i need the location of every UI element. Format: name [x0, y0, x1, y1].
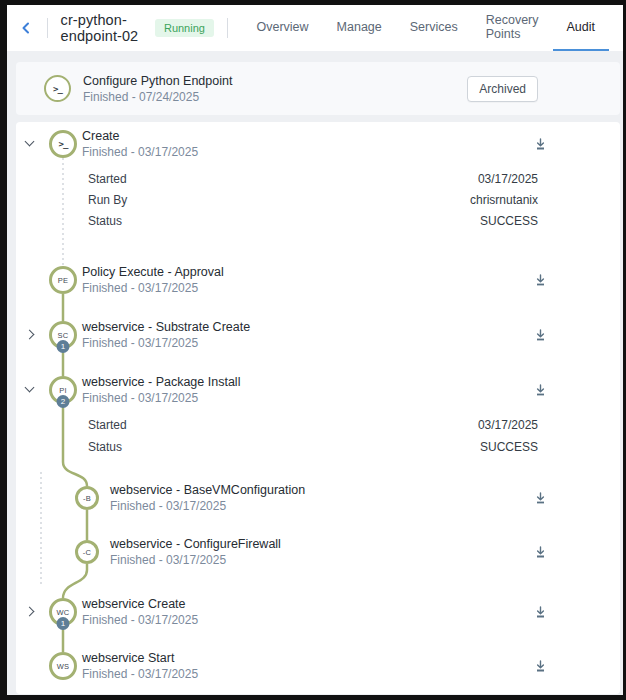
task-title: webservice - BaseVMConfiguration	[110, 482, 305, 498]
content-area: >_ Configure Python Endpoint Finished - …	[7, 62, 623, 695]
back-button[interactable]	[18, 19, 34, 37]
task-title: Policy Execute - Approval	[82, 264, 224, 280]
task-title: webservice - Substrate Create	[82, 319, 250, 335]
archived-task-text: Configure Python Endpoint Finished - 07/…	[83, 73, 232, 105]
timeline-row-create[interactable]: >_ Create Finished - 03/17/2025	[16, 127, 620, 161]
detail-value: 03/17/2025	[478, 418, 538, 432]
task-finished-date: Finished - 03/17/2025	[82, 280, 224, 296]
download-log-button[interactable]	[533, 544, 548, 563]
download-log-button[interactable]	[533, 136, 548, 155]
count-badge: 1	[57, 340, 70, 353]
expand-chevron-icon[interactable]	[25, 607, 35, 617]
task-finished-date: Finished - 03/17/2025	[82, 666, 198, 682]
timeline-row-pi[interactable]: PI 2 webservice - Package Install Finish…	[16, 373, 620, 407]
download-icon	[534, 659, 547, 673]
screenshot-frame: cr-python-endpoint-02 Running OverviewMa…	[0, 0, 626, 700]
tab-services[interactable]: Services	[396, 5, 472, 51]
task-title: webservice Create	[82, 596, 198, 612]
audit-timeline-card: >_ Create Finished - 03/17/2025 Started …	[16, 122, 620, 694]
status-badge: Running	[155, 19, 214, 37]
task-type-icon: SC 1	[49, 321, 77, 349]
detail-label: Run By	[88, 193, 127, 207]
detail-label: Status	[88, 440, 122, 454]
download-log-button[interactable]	[533, 604, 548, 623]
detail-value: chrisrnutanix	[470, 193, 538, 207]
task-finished-date: Finished - 03/17/2025	[110, 498, 305, 514]
task-finished-date: Finished - 03/17/2025	[82, 612, 198, 628]
chevron-left-icon	[20, 21, 32, 35]
download-icon	[534, 383, 547, 397]
expand-chevron-icon[interactable]	[25, 137, 35, 147]
task-title: Create	[82, 128, 198, 144]
download-log-button[interactable]	[533, 490, 548, 509]
detail-label: Started	[88, 172, 127, 186]
task-type-icon: -B	[75, 486, 99, 510]
task-finished-date: Finished - 03/17/2025	[110, 552, 281, 568]
tab-audit[interactable]: Audit	[553, 5, 610, 51]
timeline-row-sc[interactable]: SC 1 webservice - Substrate Create Finis…	[16, 318, 620, 352]
task-type-icon: PI 2	[49, 376, 77, 404]
download-icon	[534, 545, 547, 559]
archived-task-panel: >_ Configure Python Endpoint Finished - …	[16, 62, 620, 115]
download-icon	[534, 273, 547, 287]
download-icon	[534, 328, 547, 342]
download-icon	[534, 137, 547, 151]
task-finished-date: Finished - 03/17/2025	[82, 144, 198, 160]
terminal-prompt-icon: >_	[44, 75, 71, 102]
task-title: Configure Python Endpoint	[83, 73, 232, 89]
download-icon	[534, 491, 547, 505]
timeline-row-c[interactable]: -C webservice - ConfigureFirewall Finish…	[16, 535, 620, 569]
timeline-row-wc[interactable]: WC 1 webservice Create Finished - 03/17/…	[16, 595, 620, 629]
task-title: webservice - ConfigureFirewall	[110, 536, 281, 552]
task-detail-row: Started 03/17/2025	[88, 417, 538, 433]
task-finished-date: Finished - 03/17/2025	[82, 390, 240, 406]
task-type-icon: WC 1	[49, 598, 77, 626]
count-badge: 2	[57, 395, 70, 408]
page-title: cr-python-endpoint-02	[61, 12, 143, 44]
count-badge: 1	[57, 617, 70, 630]
detail-label: Started	[88, 418, 127, 432]
expand-chevron-icon[interactable]	[25, 383, 35, 393]
task-finished-date: Finished - 03/17/2025	[82, 335, 250, 351]
tab-bar: OverviewManageServicesRecovery PointsAud…	[243, 5, 610, 51]
archived-button[interactable]: Archived	[467, 76, 538, 102]
header: cr-python-endpoint-02 Running OverviewMa…	[7, 5, 623, 51]
timeline-row-b[interactable]: -B webservice - BaseVMConfiguration Fini…	[16, 481, 620, 515]
task-type-icon: PE	[49, 266, 77, 294]
tab-manage[interactable]: Manage	[323, 5, 396, 51]
timeline-row-ws[interactable]: WS webservice Start Finished - 03/17/202…	[16, 649, 620, 683]
download-log-button[interactable]	[533, 658, 548, 677]
task-title: webservice Start	[82, 650, 198, 666]
tab-recovery-points[interactable]: Recovery Points	[472, 5, 553, 51]
download-log-button[interactable]	[533, 382, 548, 401]
task-title: webservice - Package Install	[82, 374, 240, 390]
download-log-button[interactable]	[533, 327, 548, 346]
download-icon	[534, 605, 547, 619]
task-detail-row: Run By chrisrnutanix	[88, 192, 538, 208]
header-divider	[227, 18, 228, 38]
detail-value: 03/17/2025	[478, 172, 538, 186]
task-detail-row: Started 03/17/2025	[88, 171, 538, 187]
task-type-icon: WS	[49, 652, 77, 680]
app-window: cr-python-endpoint-02 Running OverviewMa…	[7, 5, 623, 695]
tab-overview[interactable]: Overview	[243, 5, 323, 51]
task-detail-row: Status SUCCESS	[88, 213, 538, 229]
detail-label: Status	[88, 214, 122, 228]
task-detail-row: Status SUCCESS	[88, 439, 538, 455]
timeline-row-pe[interactable]: PE Policy Execute - Approval Finished - …	[16, 263, 620, 297]
task-finished-date: Finished - 07/24/2025	[83, 89, 232, 105]
expand-chevron-icon[interactable]	[25, 330, 35, 340]
task-type-icon: -C	[75, 540, 99, 564]
detail-value: SUCCESS	[480, 214, 538, 228]
download-log-button[interactable]	[533, 272, 548, 291]
detail-value: SUCCESS	[480, 440, 538, 454]
header-divider	[47, 18, 48, 38]
terminal-prompt-icon: >_	[49, 130, 77, 158]
